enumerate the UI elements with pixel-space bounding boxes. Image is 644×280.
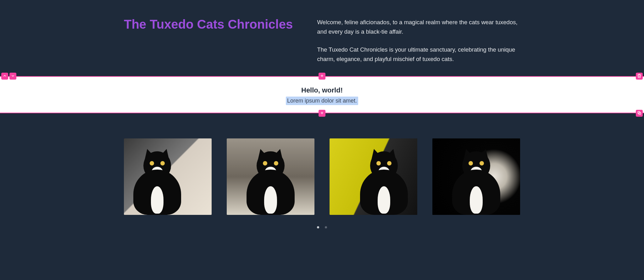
duplicate-block-button[interactable] <box>636 110 643 117</box>
add-block-above-button[interactable] <box>319 73 325 80</box>
plus-icon <box>320 109 324 118</box>
cat-image-placeholder <box>126 150 189 215</box>
hero-paragraph-1: Welcome, feline aficionados, to a magica… <box>317 18 520 36</box>
delete-block-button[interactable] <box>636 73 643 80</box>
pager-dot-2[interactable] <box>325 226 327 228</box>
trash-icon <box>637 72 641 81</box>
chevron-down-icon <box>11 72 15 81</box>
move-down-button[interactable] <box>9 73 16 80</box>
gallery-tile[interactable] <box>330 138 417 215</box>
chevron-up-icon <box>3 72 7 81</box>
gallery-tile[interactable] <box>124 138 212 215</box>
hero-title-wrap: The Tuxedo Cats Chronicles <box>124 15 298 64</box>
plus-icon <box>320 72 324 81</box>
hero-copy: Welcome, feline aficionados, to a magica… <box>317 15 520 64</box>
carousel-pager <box>0 215 644 228</box>
gallery-section <box>0 113 644 241</box>
editor-block[interactable]: Hello, world! Lorem ipsum dolor sit amet… <box>0 76 644 113</box>
copy-icon <box>637 109 641 118</box>
editor-block-wrap: Hello, world! Lorem ipsum dolor sit amet… <box>0 76 644 113</box>
move-up-button[interactable] <box>1 73 8 80</box>
cat-image-placeholder <box>353 150 416 215</box>
editor-block-subtitle[interactable]: Lorem ipsum dolor sit amet. <box>286 97 358 105</box>
cat-image-placeholder <box>239 150 302 215</box>
cat-image-placeholder <box>445 150 508 215</box>
page-title: The Tuxedo Cats Chronicles <box>124 15 298 33</box>
hero-section: The Tuxedo Cats Chronicles Welcome, feli… <box>124 0 520 76</box>
editor-block-title[interactable]: Hello, world! <box>0 85 644 95</box>
add-block-below-button[interactable] <box>319 110 325 117</box>
hero-paragraph-2: The Tuxedo Cat Chronicles is your ultima… <box>317 45 520 64</box>
gallery-tile[interactable] <box>227 138 314 215</box>
gallery-tile[interactable] <box>432 138 520 215</box>
gallery-row <box>124 138 520 215</box>
pager-dot-1[interactable] <box>317 226 319 228</box>
